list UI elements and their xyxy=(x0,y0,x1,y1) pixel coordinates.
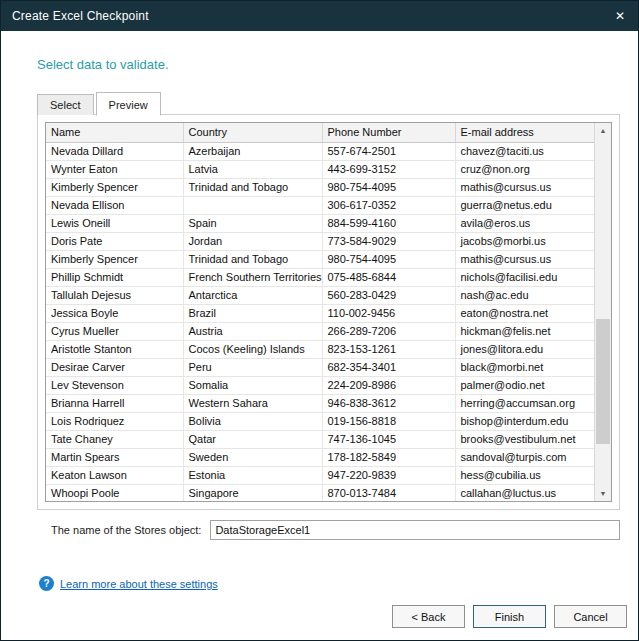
table-cell: Austria xyxy=(183,322,322,340)
tab-preview[interactable]: Preview xyxy=(96,92,161,116)
table-row[interactable]: Lewis OneillSpain884-599-4160avila@eros.… xyxy=(46,214,594,232)
table-cell: 075-485-6844 xyxy=(322,268,455,286)
table-cell: hickman@felis.net xyxy=(455,322,594,340)
table-cell: mathis@cursus.us xyxy=(455,178,594,196)
table-cell: Spain xyxy=(183,214,322,232)
table-cell: Western Sahara xyxy=(183,394,322,412)
table-cell: Tallulah Dejesus xyxy=(46,286,183,304)
scroll-down-icon: ▼ xyxy=(600,490,607,497)
help-icon: ? xyxy=(39,576,54,591)
table-cell: 884-599-4160 xyxy=(322,214,455,232)
preview-tab-panel: NameCountryPhone NumberE-mail address Ne… xyxy=(37,114,620,510)
column-header: Name xyxy=(46,123,183,142)
table-cell: 110-002-9456 xyxy=(322,304,455,322)
table-cell: 823-153-1261 xyxy=(322,340,455,358)
help-icon-glyph: ? xyxy=(43,578,49,589)
table-row[interactable]: Martin SpearsSweden178-182-5849sandoval@… xyxy=(46,448,594,466)
table-row[interactable]: Tate ChaneyQatar747-136-1045brooks@vesti… xyxy=(46,430,594,448)
close-icon: ✕ xyxy=(615,9,625,23)
table-row[interactable]: Tallulah DejesusAntarctica560-283-0429na… xyxy=(46,286,594,304)
tabstrip: Select Preview xyxy=(37,92,620,115)
table-cell: Lewis Oneill xyxy=(46,214,183,232)
table-row[interactable]: Doris PateJordan773-584-9029jacobs@morbi… xyxy=(46,232,594,250)
table-cell: palmer@odio.net xyxy=(455,376,594,394)
table-cell: cruz@non.org xyxy=(455,160,594,178)
table-row[interactable]: Aristotle StantonCocos (Keeling) Islands… xyxy=(46,340,594,358)
table-cell: jacobs@morbi.us xyxy=(455,232,594,250)
table-cell: 443-699-3152 xyxy=(322,160,455,178)
dialog-footer: < Back Finish Cancel xyxy=(1,605,638,640)
table-row[interactable]: Wynter EatonLatvia443-699-3152cruz@non.o… xyxy=(46,160,594,178)
table-cell: 870-013-7484 xyxy=(322,484,455,502)
table-cell: callahan@luctus.us xyxy=(455,484,594,502)
table-row[interactable]: Cyrus MuellerAustria266-289-7206hickman@… xyxy=(46,322,594,340)
table-row[interactable]: Jessica BoyleBrazil110-002-9456eaton@nos… xyxy=(46,304,594,322)
scroll-up-icon: ▲ xyxy=(600,127,607,134)
scroll-down-button[interactable]: ▼ xyxy=(595,486,611,501)
table-cell: nash@ac.edu xyxy=(455,286,594,304)
scroll-up-button[interactable]: ▲ xyxy=(595,123,611,138)
table-cell: 946-838-3612 xyxy=(322,394,455,412)
table-cell: 178-182-5849 xyxy=(322,448,455,466)
table-row[interactable]: Brianna HarrellWestern Sahara946-838-361… xyxy=(46,394,594,412)
vertical-scrollbar[interactable]: ▲ ▼ xyxy=(594,123,611,501)
table-row[interactable]: Kimberly SpencerTrinidad and Tobago980-7… xyxy=(46,178,594,196)
table-cell xyxy=(183,196,322,214)
table-cell: bishop@interdum.edu xyxy=(455,412,594,430)
scrollbar-thumb[interactable] xyxy=(596,319,610,444)
data-grid: NameCountryPhone NumberE-mail address Ne… xyxy=(45,122,612,502)
preview-table: NameCountryPhone NumberE-mail address Ne… xyxy=(46,123,594,502)
table-cell: Nevada Ellison xyxy=(46,196,183,214)
table-cell: Brazil xyxy=(183,304,322,322)
finish-button[interactable]: Finish xyxy=(473,605,546,628)
table-cell: Azerbaijan xyxy=(183,142,322,160)
learn-more-link[interactable]: Learn more about these settings xyxy=(60,578,218,590)
table-cell: 224-209-8986 xyxy=(322,376,455,394)
table-cell: Jordan xyxy=(183,232,322,250)
table-cell: Antarctica xyxy=(183,286,322,304)
table-cell: Lev Stevenson xyxy=(46,376,183,394)
table-row[interactable]: Whoopi PooleSingapore870-013-7484callaha… xyxy=(46,484,594,502)
cancel-button[interactable]: Cancel xyxy=(554,605,627,628)
table-cell: Cocos (Keeling) Islands xyxy=(183,340,322,358)
table-cell: Kimberly Spencer xyxy=(46,178,183,196)
table-row[interactable]: Desirae CarverPeru682-354-3401black@morb… xyxy=(46,358,594,376)
table-cell: mathis@cursus.us xyxy=(455,250,594,268)
table-cell: French Southern Territories xyxy=(183,268,322,286)
table-cell: jones@litora.edu xyxy=(455,340,594,358)
help-row: ? Learn more about these settings xyxy=(37,576,620,591)
table-cell: herring@accumsan.org xyxy=(455,394,594,412)
table-cell: Desirae Carver xyxy=(46,358,183,376)
table-cell: 947-220-9839 xyxy=(322,466,455,484)
column-header: E-mail address xyxy=(455,123,594,142)
close-button[interactable]: ✕ xyxy=(602,1,638,31)
table-row[interactable]: Lev StevensonSomalia224-209-8986palmer@o… xyxy=(46,376,594,394)
table-row[interactable]: Keaton LawsonEstonia947-220-9839hess@cub… xyxy=(46,466,594,484)
table-cell: Brianna Harrell xyxy=(46,394,183,412)
table-row[interactable]: Kimberly SpencerTrinidad and Tobago980-7… xyxy=(46,250,594,268)
table-cell: avila@eros.us xyxy=(455,214,594,232)
table-cell: black@morbi.net xyxy=(455,358,594,376)
table-cell: Doris Pate xyxy=(46,232,183,250)
column-header: Phone Number xyxy=(322,123,455,142)
table-cell: 747-136-1045 xyxy=(322,430,455,448)
tab-select[interactable]: Select xyxy=(37,94,94,115)
table-cell: Somalia xyxy=(183,376,322,394)
object-name-input[interactable] xyxy=(210,520,620,540)
table-cell: Cyrus Mueller xyxy=(46,322,183,340)
table-row[interactable]: Lois RodriquezBolivia019-156-8818bishop@… xyxy=(46,412,594,430)
table-cell: brooks@vestibulum.net xyxy=(455,430,594,448)
scrollbar-track[interactable] xyxy=(595,138,611,486)
back-button[interactable]: < Back xyxy=(392,605,465,628)
table-cell: guerra@netus.edu xyxy=(455,196,594,214)
table-cell: 019-156-8818 xyxy=(322,412,455,430)
page-title: Select data to validate. xyxy=(37,57,620,72)
table-row[interactable]: Nevada Ellison306-617-0352guerra@netus.e… xyxy=(46,196,594,214)
table-cell: Peru xyxy=(183,358,322,376)
table-cell: Jessica Boyle xyxy=(46,304,183,322)
titlebar: Create Excel Checkpoint ✕ xyxy=(1,1,638,31)
table-row[interactable]: Phillip SchmidtFrench Southern Territori… xyxy=(46,268,594,286)
table-row[interactable]: Nevada DillardAzerbaijan557-674-2501chav… xyxy=(46,142,594,160)
window-title: Create Excel Checkpoint xyxy=(12,9,602,23)
table-cell: Sweden xyxy=(183,448,322,466)
